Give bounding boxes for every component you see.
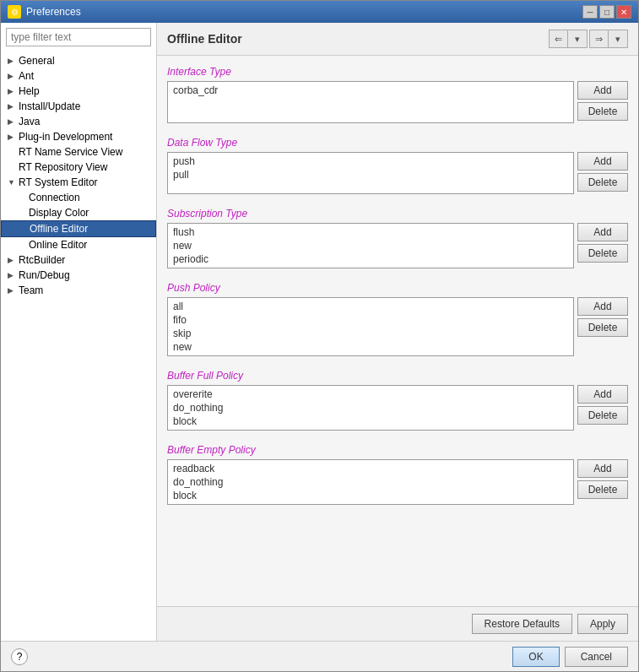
sidebar-item-connection[interactable]: ▶ Connection bbox=[1, 190, 156, 205]
help-button[interactable]: ? bbox=[11, 648, 28, 665]
cancel-button[interactable]: Cancel bbox=[565, 647, 628, 667]
title-bar-left: ⚙ Preferences bbox=[8, 5, 81, 19]
interface-type-add-button[interactable]: Add bbox=[577, 81, 628, 100]
main-body: Interface Type corba_cdr Add Delete Data… bbox=[157, 56, 638, 606]
ok-button[interactable]: OK bbox=[512, 647, 559, 667]
arrow-icon: ▶ bbox=[8, 286, 16, 295]
data-flow-type-list[interactable]: push pull bbox=[167, 152, 574, 194]
sidebar-item-label: Plug-in Development bbox=[19, 131, 112, 143]
list-item: fifo bbox=[171, 313, 570, 327]
title-bar-buttons: ─ □ ✕ bbox=[582, 5, 631, 19]
push-policy-delete-button[interactable]: Delete bbox=[577, 318, 628, 337]
minimize-button[interactable]: ─ bbox=[582, 5, 598, 19]
push-policy-section: Push Policy all fifo skip new Add Delete bbox=[167, 282, 628, 356]
buffer-full-policy-list[interactable]: overerite do_nothing block bbox=[167, 385, 574, 431]
sidebar-item-plugin-dev[interactable]: ▶ Plug-in Development bbox=[1, 129, 156, 144]
list-item: do_nothing bbox=[171, 475, 570, 489]
sidebar-item-help[interactable]: ▶ Help bbox=[1, 84, 156, 99]
interface-type-list[interactable]: corba_cdr bbox=[167, 81, 574, 123]
sidebar-item-label: Display Color bbox=[29, 207, 89, 219]
back-dropdown-button[interactable]: ▾ bbox=[568, 30, 587, 47]
buffer-empty-policy-delete-button[interactable]: Delete bbox=[577, 480, 628, 499]
sidebar-item-rtc-builder[interactable]: ▶ RtcBuilder bbox=[1, 252, 156, 268]
main-content: Offline Editor ⇐ ▾ ⇒ ▾ Interface Type bbox=[157, 23, 638, 641]
list-item: new bbox=[171, 340, 570, 354]
forward-dropdown-button[interactable]: ▾ bbox=[609, 30, 627, 47]
apply-button[interactable]: Apply bbox=[577, 614, 628, 634]
interface-type-delete-button[interactable]: Delete bbox=[577, 102, 628, 121]
sidebar-item-rt-system-editor[interactable]: ▼ RT System Editor bbox=[1, 175, 156, 190]
bottom-bar: Restore Defaults Apply bbox=[157, 606, 638, 641]
sidebar-item-rt-repository[interactable]: ▶ RT Repository View bbox=[1, 160, 156, 175]
buffer-empty-policy-section: Buffer Empty Policy readback do_nothing … bbox=[167, 444, 628, 505]
sidebar-item-label: RT Repository View bbox=[19, 161, 107, 173]
buffer-full-policy-buttons: Add Delete bbox=[577, 385, 628, 431]
page-title: Offline Editor bbox=[167, 32, 242, 46]
arrow-icon: ▶ bbox=[8, 256, 16, 264]
buffer-full-policy-section: Buffer Full Policy overerite do_nothing … bbox=[167, 370, 628, 431]
title-bar: ⚙ Preferences ─ □ ✕ bbox=[1, 1, 638, 23]
sidebar-item-label: Java bbox=[19, 116, 40, 127]
window-title: Preferences bbox=[26, 6, 81, 18]
maximize-button[interactable]: □ bbox=[599, 5, 615, 19]
sidebar-item-offline-editor[interactable]: ▶ Offline Editor bbox=[1, 220, 156, 237]
sidebar-item-label: RtcBuilder bbox=[19, 254, 65, 266]
list-item: flush bbox=[171, 225, 570, 239]
sidebar-item-run-debug[interactable]: ▶ Run/Debug bbox=[1, 268, 156, 283]
buffer-full-policy-body: overerite do_nothing block Add Delete bbox=[167, 385, 628, 431]
subscription-type-delete-button[interactable]: Delete bbox=[577, 244, 628, 263]
list-item: block bbox=[171, 415, 570, 428]
sidebar-item-team[interactable]: ▶ Team bbox=[1, 283, 156, 298]
subscription-type-add-button[interactable]: Add bbox=[577, 223, 628, 241]
sidebar-item-rt-name-service[interactable]: ▶ RT Name Service View bbox=[1, 144, 156, 160]
back-button[interactable]: ⇐ bbox=[550, 30, 568, 47]
sidebar: ▶ General ▶ Ant ▶ Help ▶ Install/Update … bbox=[1, 23, 157, 641]
filter-input[interactable] bbox=[6, 28, 151, 46]
interface-type-section: Interface Type corba_cdr Add Delete bbox=[167, 66, 628, 123]
sidebar-item-label: RT System Editor bbox=[19, 176, 98, 188]
push-policy-list[interactable]: all fifo skip new bbox=[167, 297, 574, 356]
sidebar-item-ant[interactable]: ▶ Ant bbox=[1, 68, 156, 84]
buffer-empty-policy-list[interactable]: readback do_nothing block bbox=[167, 459, 574, 505]
sidebar-item-general[interactable]: ▶ General bbox=[1, 53, 156, 68]
sidebar-item-label: General bbox=[19, 55, 55, 67]
arrow-icon: ▶ bbox=[8, 271, 16, 279]
buffer-empty-policy-body: readback do_nothing block Add Delete bbox=[167, 459, 628, 505]
list-item: periodic bbox=[171, 252, 570, 266]
arrow-icon: ▶ bbox=[8, 72, 16, 80]
list-item: do_nothing bbox=[171, 401, 570, 415]
list-item: skip bbox=[171, 327, 570, 340]
subscription-type-body: flush new periodic Add Delete bbox=[167, 223, 628, 268]
data-flow-type-title: Data Flow Type bbox=[167, 137, 628, 149]
buffer-full-policy-title: Buffer Full Policy bbox=[167, 370, 628, 382]
arrow-icon: ▶ bbox=[8, 87, 16, 95]
list-item: block bbox=[171, 489, 570, 502]
back-forward-group: ⇐ ▾ bbox=[549, 30, 588, 48]
push-policy-add-button[interactable]: Add bbox=[577, 297, 628, 316]
forward-button[interactable]: ⇒ bbox=[590, 30, 609, 47]
sidebar-item-online-editor[interactable]: ▶ Online Editor bbox=[1, 237, 156, 252]
subscription-type-list[interactable]: flush new periodic bbox=[167, 223, 574, 268]
list-item: new bbox=[171, 239, 570, 252]
sidebar-item-install-update[interactable]: ▶ Install/Update bbox=[1, 99, 156, 114]
list-item: readback bbox=[171, 462, 570, 475]
close-button[interactable]: ✕ bbox=[616, 5, 631, 19]
sidebar-item-label: Connection bbox=[29, 192, 80, 203]
nav-buttons: ⇐ ▾ ⇒ ▾ bbox=[549, 30, 628, 48]
sidebar-item-display-color[interactable]: ▶ Display Color bbox=[1, 205, 156, 220]
list-item: pull bbox=[171, 168, 570, 182]
main-header: Offline Editor ⇐ ▾ ⇒ ▾ bbox=[157, 23, 638, 56]
buffer-empty-policy-title: Buffer Empty Policy bbox=[167, 444, 628, 456]
push-policy-buttons: Add Delete bbox=[577, 297, 628, 356]
data-flow-type-delete-button[interactable]: Delete bbox=[577, 173, 628, 192]
buffer-full-policy-delete-button[interactable]: Delete bbox=[577, 406, 628, 425]
sidebar-item-java[interactable]: ▶ Java bbox=[1, 114, 156, 129]
sidebar-item-label: Help bbox=[19, 85, 40, 97]
buffer-full-policy-add-button[interactable]: Add bbox=[577, 385, 628, 404]
data-flow-type-add-button[interactable]: Add bbox=[577, 152, 628, 171]
buffer-empty-policy-add-button[interactable]: Add bbox=[577, 459, 628, 478]
restore-defaults-button[interactable]: Restore Defaults bbox=[472, 614, 572, 634]
subscription-type-section: Subscription Type flush new periodic Add… bbox=[167, 208, 628, 268]
interface-type-title: Interface Type bbox=[167, 66, 628, 78]
buffer-empty-policy-buttons: Add Delete bbox=[577, 459, 628, 505]
